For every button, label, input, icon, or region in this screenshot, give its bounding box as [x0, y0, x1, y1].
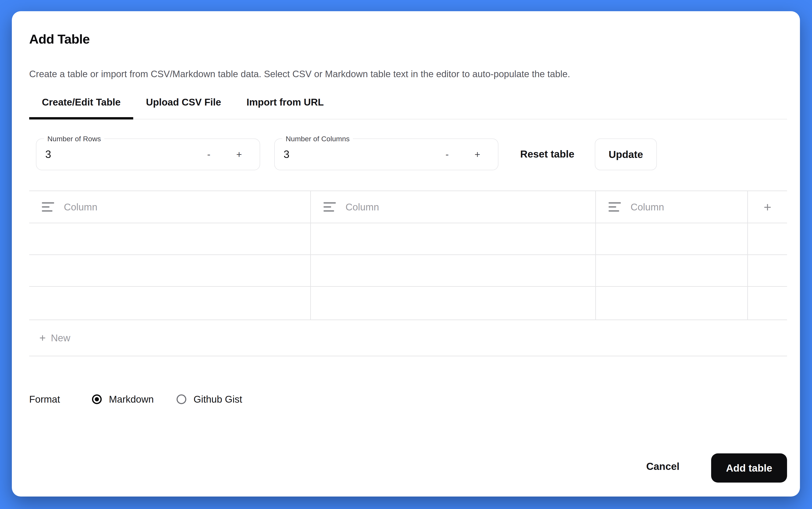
format-options: Format Markdown Github Gist: [29, 392, 242, 407]
table-cell[interactable]: [311, 223, 596, 254]
update-button[interactable]: Update: [595, 138, 657, 170]
table-cell[interactable]: [29, 287, 311, 319]
columns-decrement-button[interactable]: -: [445, 149, 449, 159]
add-table-dialog: Add Table Create a table or import from …: [12, 11, 800, 497]
column-header-3[interactable]: Column: [596, 191, 748, 223]
table-cell[interactable]: [29, 255, 311, 286]
tab-bar: Create/Edit Table Upload CSV File Import…: [29, 93, 787, 120]
page-title: Add Table: [29, 32, 90, 46]
add-column-cell[interactable]: +: [748, 191, 787, 223]
add-table-button[interactable]: Add table: [711, 453, 787, 482]
radio-unselected-icon[interactable]: [176, 395, 186, 404]
number-of-rows-label: Number of Rows: [44, 134, 104, 143]
column-header-1[interactable]: Column: [29, 191, 311, 223]
radio-option-markdown[interactable]: Markdown: [92, 394, 154, 405]
table-cell: [748, 287, 787, 319]
tab-import-from-url[interactable]: Import from URL: [234, 93, 336, 119]
table-cell[interactable]: [311, 287, 596, 319]
table-cell[interactable]: [596, 255, 748, 286]
column-name-input[interactable]: Column: [64, 201, 98, 213]
columns-stepper: - +: [445, 149, 498, 159]
tab-upload-csv-file[interactable]: Upload CSV File: [133, 93, 234, 119]
columns-increment-button[interactable]: +: [475, 149, 480, 159]
column-header-2[interactable]: Column: [311, 191, 596, 223]
radio-label-markdown[interactable]: Markdown: [109, 394, 154, 405]
add-new-row-button[interactable]: + New: [29, 320, 787, 356]
add-column-icon[interactable]: +: [764, 201, 771, 213]
rows-increment-button[interactable]: +: [236, 149, 242, 159]
table-cell: [748, 255, 787, 286]
radio-selected-icon[interactable]: [92, 395, 102, 404]
tab-create-edit-table[interactable]: Create/Edit Table: [29, 93, 133, 119]
rows-decrement-button[interactable]: -: [207, 149, 210, 159]
rows-value-input[interactable]: 3: [45, 148, 51, 161]
table-row: [29, 287, 787, 320]
cancel-button[interactable]: Cancel: [646, 461, 679, 472]
table-row: [29, 255, 787, 287]
drag-handle-icon[interactable]: [609, 202, 621, 212]
columns-value-input[interactable]: 3: [283, 148, 290, 161]
table-cell[interactable]: [596, 223, 748, 254]
number-of-rows-field: Number of Rows 3 - +: [36, 138, 260, 170]
plus-icon: +: [39, 332, 46, 343]
table-header-row: Column Column Column +: [29, 191, 787, 223]
table-editor: Column Column Column +: [29, 191, 787, 356]
table-cell[interactable]: [29, 223, 311, 254]
reset-table-button[interactable]: Reset table: [520, 148, 574, 160]
format-label: Format: [29, 394, 92, 405]
rows-stepper: - +: [207, 149, 260, 159]
table-cell: [748, 223, 787, 254]
drag-handle-icon[interactable]: [42, 202, 54, 212]
new-row-label: New: [51, 332, 70, 344]
drag-handle-icon[interactable]: [324, 202, 336, 212]
table-row: [29, 223, 787, 255]
column-name-input[interactable]: Column: [345, 201, 379, 213]
column-name-input[interactable]: Column: [631, 201, 664, 213]
number-of-columns-field: Number of Columns 3 - +: [274, 138, 498, 170]
dialog-description: Create a table or import from CSV/Markdo…: [29, 69, 570, 79]
radio-option-github-gist[interactable]: Github Gist: [176, 394, 242, 405]
table-cell[interactable]: [311, 255, 596, 286]
number-of-columns-label: Number of Columns: [282, 134, 353, 143]
radio-label-github-gist[interactable]: Github Gist: [194, 394, 242, 405]
table-cell[interactable]: [596, 287, 748, 319]
page-backdrop: { "backdrop_color": "#4285f4", "dialog":…: [0, 0, 812, 509]
